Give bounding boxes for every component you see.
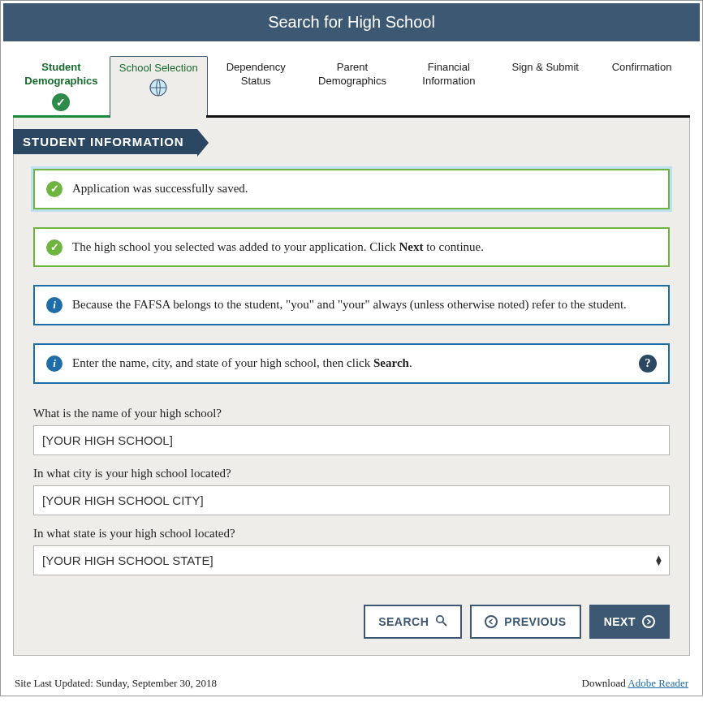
- tab-confirmation[interactable]: Confirmation: [593, 56, 690, 118]
- help-button[interactable]: ?: [639, 355, 657, 373]
- field-school-city: In what city is your high school located…: [33, 467, 670, 515]
- tab-dependency-status[interactable]: Dependency Status: [208, 56, 304, 118]
- info-icon: i: [46, 297, 63, 313]
- alert-message: The high school you selected was added t…: [72, 239, 657, 256]
- section-ribbon: STUDENT INFORMATION: [13, 129, 197, 154]
- alert-fafsa-ownership: i Because the FAFSA belongs to the stude…: [33, 285, 670, 325]
- arrow-left-icon: [485, 615, 498, 628]
- action-buttons: SEARCH PREVIOUS NEXT: [14, 587, 689, 639]
- tabs-progress-line: [13, 115, 690, 118]
- button-label: NEXT: [604, 615, 636, 628]
- tab-label: Confirmation: [612, 61, 672, 75]
- main-panel: STUDENT INFORMATION ✓ Application was su…: [13, 118, 690, 656]
- alerts-area: ✓ Application was successfully saved. ✓ …: [14, 154, 689, 407]
- school-state-select[interactable]: [YOUR HIGH SCHOOL STATE]: [33, 545, 670, 575]
- ribbon-label: STUDENT INFORMATION: [13, 129, 197, 154]
- alert-school-added: ✓ The high school you selected was added…: [33, 227, 670, 268]
- tab-label: Financial Information: [403, 61, 494, 88]
- info-icon: i: [46, 355, 63, 372]
- globe-icon: [149, 79, 167, 97]
- tab-school-selection[interactable]: School Selection: [110, 56, 208, 118]
- last-updated: Site Last Updated: Sunday, September 30,…: [15, 677, 217, 690]
- tab-label: School Selection: [119, 62, 198, 75]
- tab-label: Student Demographics: [16, 61, 106, 88]
- search-icon: [435, 614, 447, 629]
- button-label: SEARCH: [378, 615, 429, 628]
- next-button[interactable]: NEXT: [589, 605, 670, 639]
- button-label: PREVIOUS: [504, 615, 566, 628]
- tab-student-demographics[interactable]: Student Demographics ✓: [13, 56, 110, 118]
- tab-parent-demographics[interactable]: Parent Demographics: [304, 56, 401, 118]
- field-label: In what state is your high school locate…: [33, 527, 670, 541]
- check-icon: ✓: [52, 93, 70, 111]
- alert-saved: ✓ Application was successfully saved.: [33, 169, 670, 209]
- field-school-name: What is the name of your high school?: [33, 407, 670, 455]
- alert-instruction: i Enter the name, city, and state of you…: [33, 343, 670, 384]
- tab-sign-submit[interactable]: Sign & Submit: [497, 56, 593, 118]
- svg-point-1: [437, 616, 443, 622]
- tab-label: Parent Demographics: [308, 61, 398, 88]
- wizard-tabs: Student Demographics ✓ School Selection …: [3, 56, 700, 118]
- school-city-input[interactable]: [33, 485, 670, 515]
- field-label: What is the name of your high school?: [33, 407, 670, 420]
- form-area: What is the name of your high school? In…: [14, 407, 689, 575]
- tab-label: Dependency Status: [211, 61, 301, 88]
- field-school-state: In what state is your high school locate…: [33, 527, 670, 575]
- page-footer: Site Last Updated: Sunday, September 30,…: [3, 669, 700, 693]
- arrow-right-icon: [642, 615, 655, 628]
- alert-message: Because the FAFSA belongs to the student…: [72, 296, 657, 314]
- alert-message: Application was successfully saved.: [72, 180, 657, 198]
- previous-button[interactable]: PREVIOUS: [470, 605, 580, 639]
- tab-financial-information[interactable]: Financial Information: [400, 56, 497, 118]
- check-icon: ✓: [46, 239, 63, 256]
- svg-line-2: [442, 622, 446, 626]
- alert-message: Enter the name, city, and state of your …: [72, 355, 623, 373]
- search-button[interactable]: SEARCH: [364, 605, 462, 639]
- page-title: Search for High School: [3, 3, 700, 41]
- check-icon: ✓: [46, 181, 63, 197]
- app-frame: Search for High School Student Demograph…: [0, 0, 703, 696]
- tab-label: Sign & Submit: [512, 61, 579, 75]
- field-label: In what city is your high school located…: [33, 467, 670, 480]
- adobe-reader-link[interactable]: Adobe Reader: [628, 677, 688, 689]
- download-reader: Download Adobe Reader: [582, 677, 688, 690]
- school-name-input[interactable]: [33, 425, 670, 455]
